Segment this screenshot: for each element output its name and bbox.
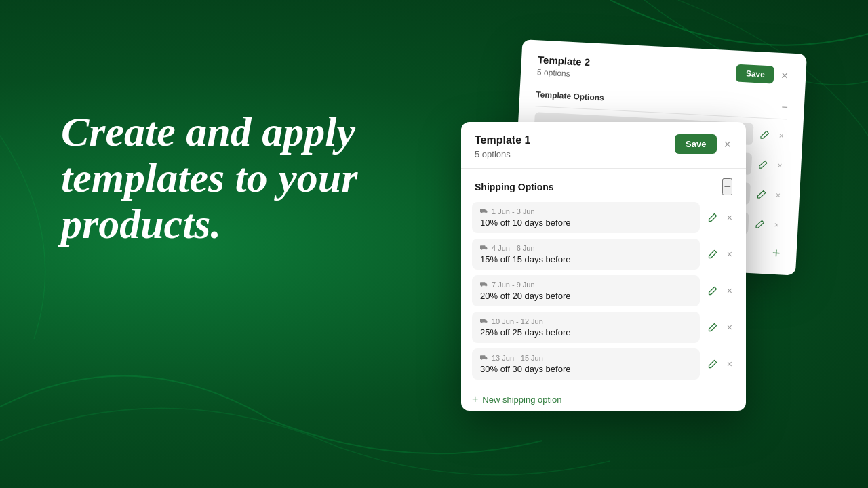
option-date-4: 10 Jun - 12 Jun — [480, 317, 692, 325]
template2-edit-3[interactable] — [754, 186, 770, 202]
hero-text: Create and apply templates to your produ… — [61, 108, 414, 247]
shipping-option-5: 13 Jun - 15 Jun 30% off 30 days before — [472, 348, 700, 380]
option-edit-2[interactable] — [705, 247, 720, 262]
template2-minimize-button[interactable]: − — [781, 101, 788, 113]
template2-title: Template 2 — [538, 54, 591, 68]
template1-title: Template 1 — [475, 134, 530, 146]
option-delete-2[interactable]: × — [724, 246, 735, 262]
shipping-option-row-5: 13 Jun - 15 Jun 30% off 30 days before × — [472, 348, 735, 380]
cards-container: Template 2 5 options Save × Template Opt… — [461, 54, 827, 474]
option-edit-3[interactable] — [705, 283, 720, 298]
option-date-text-5: 13 Jun - 15 Jun — [492, 354, 543, 362]
template2-add-button[interactable]: + — [772, 245, 781, 262]
shipping-option-row-4: 10 Jun - 12 Jun 25% off 25 days before × — [472, 312, 735, 343]
option-label-2: 15% off 15 days before — [480, 254, 692, 264]
template1-save-button[interactable]: Save — [675, 134, 717, 154]
template1-header: Template 1 5 options Save × — [461, 122, 746, 169]
template2-edit-4[interactable] — [752, 216, 768, 232]
template2-close-button[interactable]: × — [779, 68, 790, 83]
option-delete-3[interactable]: × — [724, 283, 735, 299]
option-date-text-4: 10 Jun - 12 Jun — [492, 317, 543, 325]
option-date-text-3: 7 Jun - 9 Jun — [492, 281, 535, 289]
shipping-option-row-2: 4 Jun - 6 Jun 15% off 15 days before × — [472, 239, 735, 270]
option-date-text-2: 4 Jun - 6 Jun — [492, 244, 535, 252]
template1-section-title: Shipping Options — [475, 182, 554, 192]
option-label-5: 30% off 30 days before — [480, 364, 692, 374]
template2-save-button[interactable]: Save — [736, 64, 774, 84]
option-delete-1[interactable]: × — [724, 209, 735, 226]
template1-options-count: 5 options — [475, 149, 511, 159]
shipping-option-3: 7 Jun - 9 Jun 20% off 20 days before — [472, 275, 700, 306]
option-delete-5[interactable]: × — [724, 356, 735, 372]
add-shipping-plus: + — [472, 393, 478, 405]
option-edit-4[interactable] — [705, 320, 720, 335]
template1-header-left: Template 1 5 options — [475, 134, 530, 160]
template1-close-button[interactable]: × — [722, 137, 732, 152]
option-edit-1[interactable] — [705, 210, 720, 225]
template2-delete-1[interactable]: × — [776, 128, 787, 144]
option-delete-4[interactable]: × — [724, 319, 735, 336]
template1-card: Template 1 5 options Save × Shipping Opt… — [461, 122, 746, 411]
template2-delete-4[interactable]: × — [771, 218, 782, 233]
option-label-1: 10% off 10 days before — [480, 218, 692, 228]
hero-headline: Create and apply templates to your produ… — [61, 108, 357, 247]
template2-header-left: Template 2 5 options — [537, 54, 591, 80]
option-date-2: 4 Jun - 6 Jun — [480, 244, 692, 252]
template1-minimize-button[interactable]: − — [722, 178, 732, 195]
option-actions-3: × — [705, 283, 735, 299]
shipping-option-1: 1 Jun - 3 Jun 10% off 10 days before — [472, 202, 700, 233]
option-actions-5: × — [705, 356, 735, 372]
template1-shipping-options: 1 Jun - 3 Jun 10% off 10 days before × — [461, 202, 746, 388]
template2-section-title: Template Options — [536, 89, 604, 102]
template1-header-right: Save × — [675, 134, 732, 154]
option-actions-1: × — [705, 209, 735, 226]
shipping-option-2: 4 Jun - 6 Jun 15% off 15 days before — [472, 239, 700, 270]
option-label-3: 20% off 20 days before — [480, 291, 692, 301]
option-actions-2: × — [705, 246, 735, 262]
template2-header-right: Save × — [736, 64, 790, 85]
add-shipping-label: New shipping option — [482, 394, 561, 405]
option-edit-5[interactable] — [705, 357, 720, 371]
shipping-option-row-1: 1 Jun - 3 Jun 10% off 10 days before × — [472, 202, 735, 233]
template2-edit-1[interactable] — [757, 127, 772, 142]
template2-delete-2[interactable]: × — [774, 158, 785, 174]
template1-section-header: Shipping Options − — [461, 169, 746, 202]
option-date-1: 1 Jun - 3 Jun — [480, 207, 692, 216]
template2-edit-2[interactable] — [755, 157, 771, 172]
option-date-3: 7 Jun - 9 Jun — [480, 281, 692, 289]
option-label-4: 25% off 25 days before — [480, 327, 692, 338]
template2-delete-3[interactable]: × — [772, 188, 783, 203]
option-date-5: 13 Jun - 15 Jun — [480, 354, 692, 362]
template2-options-count: 5 options — [537, 67, 570, 79]
option-date-text-1: 1 Jun - 3 Jun — [492, 207, 535, 216]
shipping-option-row-3: 7 Jun - 9 Jun 20% off 20 days before × — [472, 275, 735, 306]
add-shipping-option[interactable]: + New shipping option — [461, 388, 746, 411]
option-actions-4: × — [705, 319, 735, 336]
shipping-option-4: 10 Jun - 12 Jun 25% off 25 days before — [472, 312, 700, 343]
